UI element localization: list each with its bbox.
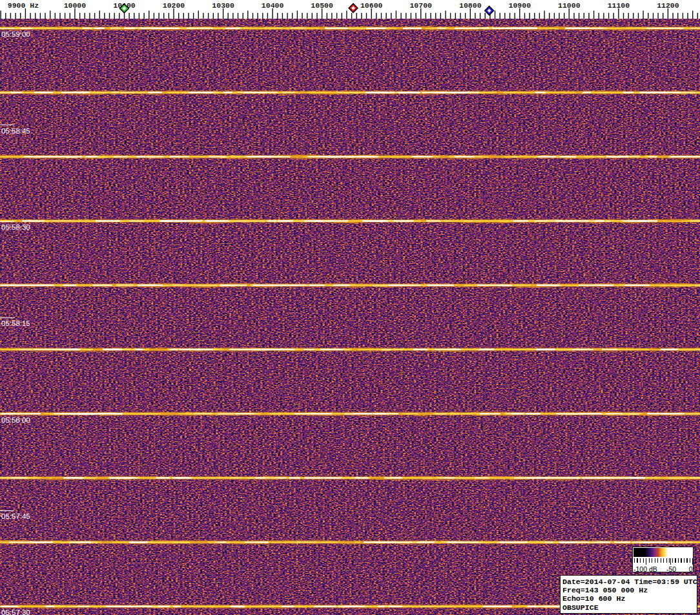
svg-text:11200: 11200 [657, 1, 679, 10]
svg-text:10600: 10600 [360, 1, 383, 10]
svg-text:10500: 10500 [311, 1, 333, 10]
svg-text:10400: 10400 [262, 1, 284, 10]
svg-text:11000: 11000 [558, 1, 581, 10]
svg-text:10800: 10800 [459, 1, 482, 10]
svg-text:10000: 10000 [64, 1, 87, 10]
svg-text:10200: 10200 [163, 1, 185, 10]
svg-text:10900: 10900 [509, 1, 531, 10]
svg-text:11100: 11100 [608, 1, 630, 10]
svg-text:10700: 10700 [409, 1, 432, 10]
svg-text:10300: 10300 [212, 1, 234, 10]
svg-text:9900 Hz: 9900 Hz [8, 1, 39, 10]
